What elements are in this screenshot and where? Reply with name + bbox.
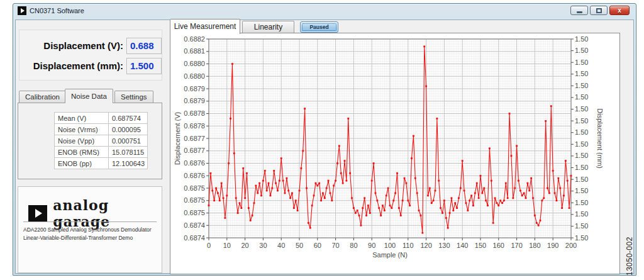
- data-point-marker: [233, 152, 235, 154]
- data-point-marker: [315, 182, 317, 184]
- demo-description-line1: ADA2200 Sampled Analog Synchronous Demod…: [23, 226, 152, 234]
- y-axis-tick-label-left: 0.6875: [184, 196, 205, 204]
- window-title: CN0371 Software: [30, 7, 84, 14]
- x-axis-title: Sample (N): [372, 251, 408, 259]
- data-point-marker: [440, 207, 441, 209]
- data-point-marker: [569, 207, 570, 209]
- data-point-marker: [519, 190, 521, 192]
- data-point-marker: [242, 167, 244, 169]
- x-axis-tick-label: 110: [402, 242, 414, 249]
- tab-linearity[interactable]: Linearity: [242, 21, 294, 33]
- y-axis-tick-label-right: 1.50: [575, 199, 588, 206]
- data-point-marker: [454, 202, 456, 204]
- data-point-marker: [416, 193, 418, 194]
- close-button[interactable]: x: [609, 6, 630, 15]
- data-point-marker: [483, 188, 485, 189]
- data-point-marker: [244, 197, 246, 199]
- data-point-marker: [518, 180, 519, 182]
- stats-row: Noise (Vrms)0.000095: [55, 124, 148, 135]
- data-point-marker: [534, 215, 536, 216]
- y-axis-tick-label-left: 0.6875: [184, 209, 205, 216]
- data-point-marker: [447, 227, 449, 229]
- tab-noise-data[interactable]: Noise Data: [65, 89, 113, 103]
- data-point-marker: [496, 202, 498, 204]
- data-point-marker: [349, 172, 351, 174]
- data-point-marker: [287, 190, 289, 192]
- y-axis-tick-label-right: 1.50: [575, 222, 588, 230]
- live-measurement-chart: 0.68820.68810.68800.68800.68790.68790.68…: [171, 34, 619, 273]
- data-point-marker: [420, 215, 422, 216]
- data-point-marker: [282, 180, 284, 182]
- data-point-marker: [414, 177, 416, 179]
- data-point-marker: [452, 210, 454, 211]
- data-point-marker: [223, 197, 225, 199]
- title-bar[interactable]: CN0371 Software x: [13, 4, 636, 19]
- data-point-marker: [427, 194, 429, 196]
- data-point-marker: [226, 194, 228, 196]
- data-point-marker: [268, 182, 270, 184]
- maximize-button[interactable]: [590, 6, 608, 15]
- data-point-marker: [487, 204, 489, 206]
- data-point-marker: [540, 220, 541, 221]
- data-point-marker: [398, 207, 400, 209]
- minimize-button[interactable]: [570, 6, 588, 15]
- data-point-marker: [258, 182, 260, 184]
- data-point-marker: [225, 217, 226, 219]
- data-point-marker: [460, 188, 462, 189]
- y-axis-tick-label-left: 0.6878: [184, 109, 205, 117]
- data-point-marker: [340, 172, 342, 174]
- demo-description: ADA2200 Sampled Analog Synchronous Demod…: [23, 226, 152, 242]
- data-point-marker: [431, 202, 433, 204]
- x-axis-tick-label: 70: [331, 242, 339, 249]
- data-point-marker: [476, 182, 478, 184]
- data-point-marker: [400, 215, 402, 216]
- data-point-marker: [373, 162, 375, 164]
- data-point-marker: [563, 194, 565, 196]
- data-point-marker: [316, 185, 318, 187]
- data-point-marker: [270, 194, 272, 196]
- data-point-marker: [478, 197, 480, 199]
- data-point-marker: [344, 160, 346, 162]
- data-point-marker: [331, 199, 333, 201]
- tab-calibration[interactable]: Calibration: [19, 91, 66, 103]
- y-axis-tick-label-left: 0.6879: [184, 97, 205, 104]
- data-point-marker: [311, 204, 313, 206]
- data-point-marker: [217, 193, 219, 194]
- data-point-marker: [451, 197, 453, 199]
- data-point-marker: [528, 190, 530, 192]
- y-axis-tick-label-right: 1.50: [575, 35, 588, 43]
- logo: analog garage: [28, 197, 162, 230]
- data-point-marker: [394, 193, 396, 194]
- data-point-marker: [429, 188, 431, 189]
- data-point-marker: [380, 215, 382, 216]
- x-axis-tick-label: 50: [296, 242, 303, 249]
- y-axis-tick-label-right: 1.50: [575, 234, 588, 242]
- data-point-marker: [320, 199, 322, 201]
- x-axis-tick-label: 180: [529, 242, 540, 249]
- y-axis-tick-label-left: 0.6877: [184, 147, 205, 154]
- data-point-marker: [221, 182, 223, 184]
- x-axis-tick-label: 160: [493, 242, 504, 249]
- minimize-icon: [577, 11, 582, 13]
- data-point-marker: [330, 193, 331, 194]
- x-axis-tick-label: 90: [368, 242, 375, 249]
- x-axis-tick-label: 170: [511, 242, 522, 249]
- data-point-marker: [480, 175, 482, 177]
- x-axis-tick-label: 120: [420, 242, 431, 249]
- y-axis-tick-label-right: 1.50: [575, 59, 588, 66]
- data-point-marker: [264, 170, 266, 172]
- branding-panel: analog garage ADA2200 Sampled Analog Syn…: [18, 186, 162, 273]
- data-point-marker: [541, 199, 543, 201]
- tab-settings[interactable]: Settings: [114, 91, 153, 103]
- data-point-marker: [402, 199, 404, 201]
- data-point-marker: [443, 199, 445, 201]
- data-point-marker: [304, 108, 306, 109]
- data-point-marker: [235, 197, 237, 199]
- paused-button[interactable]: Paused: [300, 21, 338, 33]
- divider: [23, 221, 157, 222]
- data-point-marker: [425, 86, 427, 87]
- stat-label: Noise (Vrms): [55, 124, 109, 135]
- data-point-marker: [318, 182, 320, 184]
- tab-live-measurement[interactable]: Live Measurement: [170, 19, 240, 34]
- data-point-marker: [561, 207, 563, 209]
